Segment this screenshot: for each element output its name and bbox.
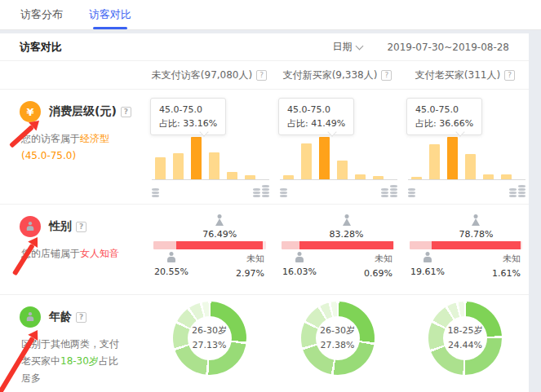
female-group: 83.28% [330,214,364,240]
coin-glyph [408,195,415,197]
bar-segment [176,241,263,249]
chevron-down-icon [356,42,364,50]
gender-bottom-labels: 20.55%未知2.97% [153,249,266,280]
column-header-label: 支付老买家(311人) [415,68,500,82]
date-selector[interactable]: 日期 [332,40,362,54]
help-icon[interactable]: ? [76,312,86,323]
coin-glyph [381,195,388,197]
bar-group [155,137,266,179]
bar-group [411,137,522,179]
bar-chart-consumption-old[interactable]: 45.0-75.0占比: 36.66% [401,90,529,204]
person-glyph [25,312,35,322]
donut-center-label: 26-30岁27.13% [188,316,232,360]
tooltip-value: 占比: 33.16% [159,117,217,130]
bar-group [283,137,394,179]
bar-chart-consumption-new[interactable]: 45.0-75.0占比: 41.49% [273,90,401,204]
coins-icon-small [152,188,159,197]
unknown-label: 未知 [236,252,264,266]
coins-icon-small [280,188,287,197]
coin-glyph [509,195,517,197]
column-header-unpaid: 未支付访客(97,080人) ? [145,68,273,82]
row-age: 年龄 ? 区别于其他两类，支付老买家中18-30岁占比居多 26-30岁27.1… [0,294,529,387]
female-share: 76.49% [153,214,266,241]
row-title-gender: 性别 ? [49,219,86,234]
row-title-text: 年龄 [49,310,72,324]
male-icon [422,252,433,263]
donut-center-label: 18-25岁24.44% [443,316,487,360]
bar [301,143,312,179]
person-glyph [25,222,35,231]
date-label: 日期 [332,40,352,54]
tooltip-value: 占比: 41.49% [287,117,345,130]
gender-chart-inner: 83.28%16.03%未知0.69% [282,214,394,280]
bar-segment [393,241,394,249]
donut-chart-old[interactable]: 18-25岁24.44% [401,295,529,387]
coin-glyph [390,195,397,197]
coin-glyph [280,192,287,194]
female-share: 78.78% [410,214,522,241]
gender-chart-old[interactable]: 78.78%19.61%未知1.61% [401,205,529,294]
coin-glyph [262,195,269,197]
help-icon[interactable]: ? [76,222,86,232]
tab-bar: 访客分布 访客对比 [0,0,541,30]
chart-tooltip: 45.0-75.0占比: 41.49% [278,98,354,135]
bar [227,172,237,179]
unknown-group: 未知1.61% [492,252,521,280]
axis-line [152,179,269,180]
row-consumption-level: ¥ 消费层级(元) ? 您的访客属于经济型(45.0-75.0) 45.0-75… [0,89,529,204]
donut-age-range: 18-25岁 [448,324,483,338]
column-header-new-buyers: 支付新买家(9,338人) ? [273,68,401,82]
help-icon[interactable]: ? [381,70,392,81]
coin-glyph [262,185,269,187]
donut-chart-new[interactable]: 26-30岁27.38% [273,295,401,387]
coins-icon [408,188,415,197]
coins-icon [390,185,397,197]
bar [155,157,166,179]
donut-ring: 18-25岁24.44% [428,302,502,375]
coin-glyph [262,188,269,191]
gender-chart-unpaid[interactable]: 76.49%20.55%未知2.97% [145,205,273,294]
tab-label: 访客对比 [89,7,131,22]
price-axis-icons [280,185,397,197]
female-percent: 78.78% [459,229,493,240]
coins-icon [509,188,517,197]
bar [191,137,202,179]
donut-chart-unpaid[interactable]: 26-30岁27.13% [145,295,273,387]
help-icon[interactable]: ? [504,70,515,81]
tooltip-value: 占比: 36.66% [415,117,473,130]
gender-bottom-labels: 16.03%未知0.69% [282,249,394,280]
tab-visitor-distribution[interactable]: 访客分布 [20,0,63,29]
donut-percent: 27.13% [193,338,227,353]
coins-icon [280,188,287,197]
donut-age-range: 26-30岁 [320,324,355,338]
bar-segment [153,241,176,249]
coin-glyph [152,192,159,194]
bar-chart-consumption-unpaid[interactable]: 45.0-75.0占比: 33.16% [145,90,273,204]
gender-stacked-bar [410,241,522,249]
help-icon[interactable]: ? [121,107,131,117]
coin-glyph [390,185,397,187]
help-icon[interactable]: ? [256,70,267,81]
coins-icon [262,185,269,197]
row-title-age: 年龄 ? [49,310,86,324]
coin-glyph [381,192,388,194]
female-group: 76.49% [202,214,237,240]
gender-bottom-labels: 19.61%未知1.61% [410,249,522,280]
gender-chart-new[interactable]: 83.28%16.03%未知0.69% [273,205,401,294]
female-icon [341,214,353,226]
unknown-percent: 2.97% [236,266,264,280]
tab-label: 访客分布 [20,7,63,22]
male-group: 19.61% [410,252,446,277]
coin-glyph [518,195,525,197]
tab-visitor-comparison[interactable]: 访客对比 [89,0,131,29]
bar [173,153,184,179]
bar [319,137,330,179]
date-range-value: 2019-07-30~2019-08-28 [387,42,509,53]
coins-icon [253,188,260,197]
panel-title: 访客对比 [20,40,62,55]
coin-glyph [408,188,415,191]
tooltip-range: 45.0-75.0 [159,103,217,117]
female-icon [470,214,481,226]
row-title-text: 性别 [49,219,72,234]
bar [209,152,220,179]
